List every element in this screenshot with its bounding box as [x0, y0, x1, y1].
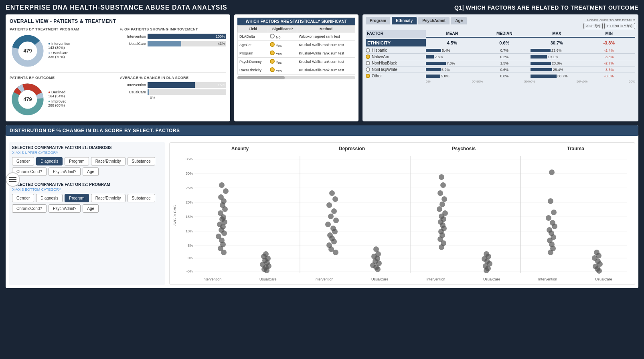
improvement-bar-1: Intervention 100% — [120, 34, 226, 39]
avg-change-bars: Intervention 15% UsualCare -0% — [120, 82, 226, 95]
svg-point-87 — [437, 206, 442, 212]
factor2-title: SELECTED COMPARATIVE FACTOR #2: PROGRAM — [12, 182, 162, 187]
f1-btn-program[interactable]: Program — [65, 157, 89, 165]
outcome-chart: PATIENTS BY OUTCOME 479 ● Declined164 (3… — [10, 76, 116, 117]
legend-declined: ● Declined164 (34%) — [48, 90, 66, 98]
svg-point-61 — [331, 208, 337, 214]
svg-text:10%: 10% — [186, 229, 193, 233]
f1-btn-age[interactable]: Age — [83, 167, 99, 176]
sig-row-4: PsychDummy Yes Kruskal-Wallis rank sum t… — [238, 58, 355, 66]
scatter-chart: Anxiety Depression Psychosis Trauma AVG … — [169, 142, 635, 285]
svg-point-84 — [437, 190, 443, 196]
svg-text:15%: 15% — [186, 215, 193, 219]
factor2-section: SELECTED COMPARATIVE FACTOR #2: PROGRAM … — [12, 182, 162, 213]
f2-btn-age[interactable]: Age — [83, 204, 99, 213]
factor2-sub: X-AXIS BOTTOM CATEGORY — [12, 188, 162, 192]
svg-point-112 — [552, 224, 557, 229]
svg-point-72 — [333, 250, 338, 255]
svg-point-107 — [549, 169, 555, 175]
svg-point-69 — [331, 239, 337, 244]
tab-age[interactable]: Age — [451, 17, 467, 24]
x-label-8: UsualCare — [576, 277, 632, 281]
row-nonhispblack: NonHispBlack 7.0% 1.5% 23.8% -2.7% — [366, 60, 635, 67]
outcome-donut-svg: 479 — [10, 81, 46, 117]
f1-btn-substance[interactable]: Substance — [128, 157, 155, 165]
f1-btn-diagnosis[interactable]: Diagnosis — [36, 157, 63, 165]
f1-btn-psych[interactable]: PsychAdmit? — [49, 167, 81, 176]
improvement-bars: Intervention 100% UsualCare 43% — [120, 34, 226, 46]
svg-text:30%: 30% — [186, 171, 193, 175]
sig-table: Field Significant? Method DLADelta No Wi… — [237, 25, 355, 75]
avg-bar-2: UsualCare -0% — [120, 89, 226, 95]
factor-name: ETHNICITY — [366, 39, 426, 46]
dot-other — [366, 74, 370, 78]
outcome-donut-container: 479 ● Declined164 (34%) ● Improved288 (6… — [10, 81, 116, 117]
overall-max: 30.7% — [531, 39, 583, 46]
ethnicity-badge: ETHNICITY f(x) — [604, 23, 635, 29]
sig-row-5: RaceEthnicity Yes Kruskal-Wallis rank su… — [238, 66, 355, 75]
bottom-content: SELECTED COMPARATIVE FACTOR #1: DIAGNOSI… — [6, 139, 638, 288]
f2-btn-gender[interactable]: Gender — [12, 194, 34, 202]
svg-point-34 — [222, 206, 228, 212]
treatment-chart: PATIENTS BY TREATMENT PROGRAM 479 ● Inte… — [10, 27, 116, 69]
sig-row-3: Program Yes Kruskal-Wallis rank sum test — [238, 49, 355, 58]
f2-btn-substance[interactable]: Substance — [128, 194, 155, 202]
legend-usualcare: ● UsualCare336 (70%) — [48, 51, 70, 59]
f2-btn-chronic[interactable]: ChronicCond? — [12, 204, 47, 213]
dot-nonhispwhite — [366, 67, 370, 72]
tab-program[interactable]: Program — [366, 17, 390, 24]
x-label-2: UsualCare — [240, 277, 296, 281]
outcome-legend: ● Declined164 (34%) ● Improved288 (60%) — [48, 90, 66, 109]
f2-btn-race[interactable]: Race/Ethnicity — [91, 194, 126, 202]
left-panel-title: OVERALL VIEW - PATIENTS & TREATMENT — [10, 18, 226, 24]
svg-point-64 — [325, 222, 331, 227]
f1-btn-gender[interactable]: Gender — [12, 157, 34, 165]
f1-btn-race[interactable]: Race/Ethnicity — [91, 157, 126, 165]
svg-point-38 — [222, 219, 227, 225]
x-axis-labels: Intervention UsualCare Intervention Usua… — [184, 277, 632, 281]
factor-select-panel: SELECTED COMPARATIVE FACTOR #1: DIAGNOSI… — [9, 142, 165, 285]
sig-col-field: Field — [238, 26, 268, 32]
sig-dot-5 — [270, 67, 275, 72]
svg-text:35%: 35% — [186, 157, 193, 161]
sig-row-1: DLADelta No Wilcoxon signed rank test — [238, 32, 355, 41]
svg-text:-5%: -5% — [186, 269, 193, 273]
factor1-section: SELECTED COMPARATIVE FACTOR #1: DIAGNOSI… — [12, 145, 162, 176]
f2-btn-program[interactable]: Program — [65, 194, 89, 202]
menu-button[interactable] — [6, 172, 20, 187]
svg-point-109 — [551, 210, 557, 215]
right-panel: WHICH FACTORS ARE STATISTICALLY SIGNIFIC… — [234, 14, 638, 121]
svg-text:5%: 5% — [188, 244, 193, 248]
top-header: ENTERPRISE DNA HEALTH-SUBSTANCE ABUSE DA… — [6, 4, 638, 11]
sig-title: WHICH FACTORS ARE STATISTICALLY SIGNIFIC… — [237, 18, 355, 25]
f2-btn-psych[interactable]: PsychAdmit? — [49, 204, 81, 213]
bottom-section: DISTRIBUTION OF % CHANGE IN DLA SCORE BY… — [6, 125, 638, 288]
overall-mean: 4.5% — [426, 39, 478, 46]
sig-col-sig: Significant? — [268, 26, 297, 32]
menu-line-1 — [9, 177, 16, 178]
treatment-donut-svg: 479 — [10, 33, 46, 69]
f2-btn-diagnosis[interactable]: Diagnosis — [36, 194, 63, 202]
svg-point-63 — [333, 218, 339, 223]
app-title: ENTERPRISE DNA HEALTH-SUBSTANCE ABUSE DA… — [6, 4, 227, 11]
svg-point-47 — [221, 250, 227, 255]
x-label-1: Intervention — [184, 277, 240, 281]
svg-point-62 — [328, 214, 334, 219]
row-nonhispwhite: NonHispWhite 5.2% 0.6% 25.4% -3.6% — [366, 67, 635, 73]
ethnicity-rows: Hispanic 5.4% 0.7% 23.6% -2.4% — [363, 47, 638, 79]
sig-scrollbar[interactable] — [237, 76, 355, 79]
hover-info: HOVER OVER TO SEE DETAILS — [583, 18, 635, 22]
svg-text:20%: 20% — [186, 200, 193, 204]
sig-col-method: Method — [297, 26, 355, 32]
cat-anxiety: Anxiety — [184, 146, 296, 151]
sig-dot-3 — [270, 50, 275, 55]
overall-min: -3.8% — [583, 39, 636, 46]
col-factor: FACTOR — [366, 30, 426, 38]
tab-ethnicity[interactable]: Ethnicity — [392, 17, 417, 24]
sig-dot-1 — [270, 34, 275, 38]
svg-point-81 — [375, 266, 381, 272]
factor1-title: SELECTED COMPARATIVE FACTOR #1: DIAGNOSI… — [12, 145, 162, 150]
tab-psychadmit[interactable]: PsychAdmit — [418, 17, 450, 24]
col-min: MIN — [583, 30, 636, 38]
svg-point-29 — [219, 182, 225, 188]
